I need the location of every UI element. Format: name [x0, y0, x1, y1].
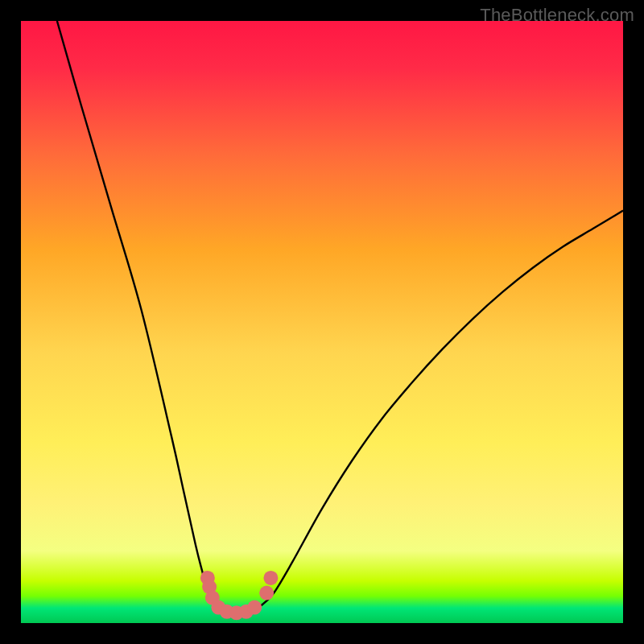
- watermark-label: TheBottleneck.com: [480, 5, 634, 26]
- floor-marker: [263, 571, 278, 585]
- bottleneck-chart: [21, 21, 623, 623]
- chart-container: [21, 21, 623, 623]
- floor-marker: [259, 586, 274, 601]
- chart-background: [21, 21, 623, 623]
- floor-marker: [247, 601, 262, 615]
